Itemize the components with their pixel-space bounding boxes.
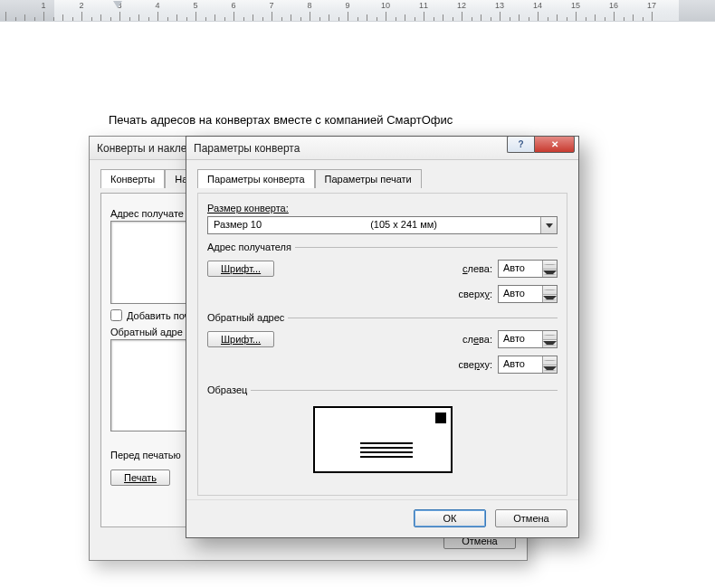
envelope-preview xyxy=(313,406,453,473)
return-address-input[interactable] xyxy=(110,339,190,432)
envelope-size-dropdown-button[interactable] xyxy=(540,217,557,233)
envelope-size-label: Размер конверта: xyxy=(207,203,558,213)
spinner-up-icon[interactable] xyxy=(543,331,557,340)
envelope-size-dim: (105 x 241 мм) xyxy=(267,217,540,233)
indent-marker-icon[interactable] xyxy=(113,1,122,8)
print-button[interactable]: Печать xyxy=(110,469,170,486)
recipient-left-label: слева: xyxy=(462,263,492,274)
add-postage-label: Добавить поч xyxy=(127,310,189,321)
recipient-left-spinner[interactable]: Авто xyxy=(498,260,558,278)
recipient-address-input[interactable] xyxy=(110,221,192,304)
envelope-options-dialog: Параметры конверта ? ✕ Параметры конверт… xyxy=(186,136,579,538)
recipient-top-value: Авто xyxy=(499,286,542,302)
spinner-up-icon[interactable] xyxy=(543,286,557,295)
return-font-button[interactable]: Шрифт... xyxy=(207,331,274,347)
tab-envelopes[interactable]: Конверты xyxy=(100,169,165,188)
recipient-top-label: сверху: xyxy=(459,289,492,299)
spinner-down-icon[interactable] xyxy=(543,270,557,278)
return-left-value: Авто xyxy=(499,331,542,347)
close-button[interactable]: ✕ xyxy=(534,136,575,153)
return-top-label: сверху: xyxy=(459,359,492,370)
document-heading: Печать адресов на конвертах вместе с ком… xyxy=(109,113,453,127)
return-left-spinner[interactable]: Авто xyxy=(498,330,558,348)
recipient-font-button[interactable]: Шрифт... xyxy=(207,261,274,277)
return-top-value: Авто xyxy=(499,356,542,373)
ruler[interactable]: 1234567891011121314151617 xyxy=(0,0,715,22)
cancel-button[interactable]: Отмена xyxy=(495,509,567,527)
spinner-up-icon[interactable] xyxy=(543,261,557,270)
sample-label: Образец xyxy=(207,384,247,395)
envelope-size-combo[interactable]: Размер 10 (105 x 241 мм) xyxy=(207,216,558,234)
return-top-spinner[interactable]: Авто xyxy=(498,356,558,374)
return-left-label: слева: xyxy=(462,334,492,345)
help-button[interactable]: ? xyxy=(507,136,534,153)
spinner-down-icon[interactable] xyxy=(543,295,557,303)
tab-envelope-options[interactable]: Параметры конверта xyxy=(197,169,315,188)
close-icon: ✕ xyxy=(551,139,558,149)
spinner-down-icon[interactable] xyxy=(543,340,557,348)
tab-print-options[interactable]: Параметры печати xyxy=(315,169,422,188)
stamp-icon xyxy=(435,413,446,423)
recipient-left-value: Авто xyxy=(499,261,542,277)
recipient-top-spinner[interactable]: Авто xyxy=(498,285,558,303)
return-group-label: Обратный адрес xyxy=(207,312,284,323)
envelope-size-name: Размер 10 xyxy=(208,217,267,233)
recipient-group-label: Адрес получателя xyxy=(207,242,291,252)
spinner-down-icon[interactable] xyxy=(543,365,557,374)
envelope-options-title: Параметры конверта xyxy=(194,142,300,155)
address-lines-icon xyxy=(360,442,413,458)
add-postage-checkbox-input[interactable] xyxy=(110,309,122,321)
ok-button[interactable]: ОК xyxy=(414,509,486,527)
spinner-up-icon[interactable] xyxy=(543,356,557,365)
chevron-down-icon xyxy=(546,223,553,228)
